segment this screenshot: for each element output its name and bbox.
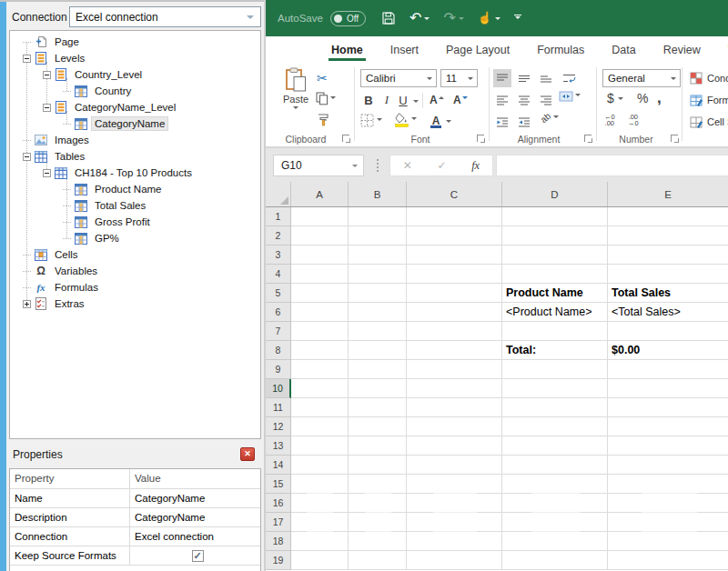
cell-D18[interactable] <box>502 532 608 551</box>
cell-A8[interactable] <box>291 341 349 360</box>
accounting-format-button[interactable]: $ <box>607 91 623 105</box>
cell-B13[interactable] <box>349 436 407 456</box>
underline-button[interactable]: U <box>397 92 410 108</box>
tree-item-ch184-top-10-products[interactable]: CH184 - Top 10 Products <box>10 165 260 181</box>
tab-home[interactable]: Home <box>331 36 363 64</box>
cell-A18[interactable] <box>291 532 349 551</box>
cell-B14[interactable] <box>349 456 407 475</box>
cell-C14[interactable] <box>407 456 502 475</box>
formula-bar-handle[interactable] <box>377 159 379 172</box>
cell-C15[interactable] <box>407 475 502 494</box>
alignment-dialog-launcher-icon[interactable] <box>584 135 592 142</box>
cell-D13[interactable] <box>502 436 608 456</box>
cell-B18[interactable] <box>349 532 407 551</box>
cell-A14[interactable] <box>291 456 349 475</box>
cell-C8[interactable] <box>407 341 502 360</box>
cancel-icon[interactable]: ✕ <box>403 159 412 172</box>
decrease-indent-button[interactable] <box>493 113 511 131</box>
cell-C9[interactable] <box>407 360 502 379</box>
checkbox-checked-icon[interactable]: ✓ <box>192 550 204 562</box>
tree-item-categoryname[interactable]: CategoryName <box>10 115 260 132</box>
property-value[interactable]: ✓ <box>130 546 260 565</box>
row-header-19[interactable]: 19 <box>266 551 291 570</box>
cell-E16[interactable] <box>608 494 728 513</box>
font-color-button[interactable]: A <box>430 114 442 128</box>
font-dialog-launcher-icon[interactable] <box>477 135 484 142</box>
cell-D19[interactable] <box>502 551 608 570</box>
cell-A17[interactable] <box>291 513 349 532</box>
cell-E7[interactable] <box>608 322 728 341</box>
cell-D4[interactable] <box>502 265 608 284</box>
tree-item-levels[interactable]: Levels <box>10 50 260 66</box>
row-header-5[interactable]: 5 <box>266 284 291 303</box>
cell-C6[interactable] <box>407 303 502 322</box>
redo-button[interactable]: ↷ <box>443 11 463 25</box>
cell-E11[interactable] <box>608 398 728 417</box>
cell-C1[interactable] <box>407 207 502 226</box>
property-value[interactable]: CategoryName <box>130 508 260 526</box>
row-header-12[interactable]: 12 <box>266 417 291 436</box>
number-dialog-launcher-icon[interactable] <box>671 135 678 142</box>
decrease-decimal-button[interactable]: .00 →0 <box>628 114 639 126</box>
undo-button[interactable]: ↶ <box>410 11 430 25</box>
cell-E17[interactable] <box>608 513 728 532</box>
cell-E14[interactable] <box>608 456 728 475</box>
collapse-icon[interactable] <box>43 104 51 112</box>
cell-E4[interactable] <box>608 265 728 284</box>
collapse-icon[interactable] <box>23 153 31 161</box>
cell-A3[interactable] <box>291 245 349 265</box>
bold-button[interactable]: B <box>362 92 375 108</box>
tree-item-formulas[interactable]: fxFormulas <box>10 279 260 296</box>
cell-D15[interactable] <box>502 475 608 494</box>
cell-D5[interactable]: Product Name <box>502 284 608 303</box>
touch-mode-button[interactable]: ☝ <box>478 11 500 25</box>
cell-D7[interactable] <box>502 322 608 341</box>
tree-item-gp-[interactable]: GP% <box>10 230 260 246</box>
cell-A6[interactable] <box>291 303 349 322</box>
align-middle-button[interactable] <box>515 69 533 87</box>
cell-E13[interactable] <box>608 436 728 456</box>
tab-page-layout[interactable]: Page Layout <box>446 36 510 64</box>
cell-E3[interactable] <box>608 245 728 265</box>
cell-E18[interactable] <box>608 532 728 551</box>
cell-C10[interactable] <box>407 379 502 398</box>
cell-B6[interactable] <box>349 303 407 322</box>
cell-B7[interactable] <box>349 322 407 341</box>
insert-function-icon[interactable]: fx <box>471 159 480 173</box>
orientation-button[interactable]: ab <box>541 113 559 123</box>
cell-E6[interactable]: <Total Sales> <box>608 303 728 322</box>
cell-B1[interactable] <box>349 207 407 226</box>
percent-style-button[interactable]: % <box>637 91 648 105</box>
close-icon[interactable]: ✕ <box>240 447 255 461</box>
number-format-dropdown[interactable]: General <box>602 69 681 87</box>
row-header-13[interactable]: 13 <box>266 436 291 456</box>
cell-A15[interactable] <box>291 475 349 494</box>
formula-input[interactable] <box>496 155 728 176</box>
tree-item-country[interactable]: Country <box>10 83 260 99</box>
row-header-18[interactable]: 18 <box>266 532 291 551</box>
cell-B10[interactable] <box>349 379 407 398</box>
cell-E12[interactable] <box>608 417 728 436</box>
tree-item-variables[interactable]: ΩVariables <box>10 263 260 279</box>
cell-E5[interactable]: Total Sales <box>608 284 728 303</box>
cell-C17[interactable] <box>407 513 502 532</box>
cell-D1[interactable] <box>502 207 608 226</box>
row-header-11[interactable]: 11 <box>266 398 291 417</box>
cell-B8[interactable] <box>349 341 407 360</box>
cell-E9[interactable] <box>608 360 728 379</box>
cell-E8[interactable]: $0.00 <box>608 341 728 360</box>
cell-B19[interactable] <box>349 551 407 570</box>
increase-indent-button[interactable] <box>515 113 533 131</box>
cell-B2[interactable] <box>349 226 407 245</box>
align-center-button[interactable] <box>515 91 533 109</box>
row-header-4[interactable]: 4 <box>266 265 291 284</box>
cell-styles-button[interactable]: Cell Styles <box>690 115 728 128</box>
format-painter-button[interactable] <box>317 113 330 126</box>
row-header-16[interactable]: 16 <box>266 494 291 513</box>
row-header-15[interactable]: 15 <box>266 475 291 494</box>
cell-A4[interactable] <box>291 265 349 284</box>
cell-A5[interactable] <box>291 284 349 303</box>
align-right-button[interactable] <box>537 91 555 109</box>
cell-B15[interactable] <box>349 475 407 494</box>
clipboard-dialog-launcher-icon[interactable] <box>342 135 349 142</box>
